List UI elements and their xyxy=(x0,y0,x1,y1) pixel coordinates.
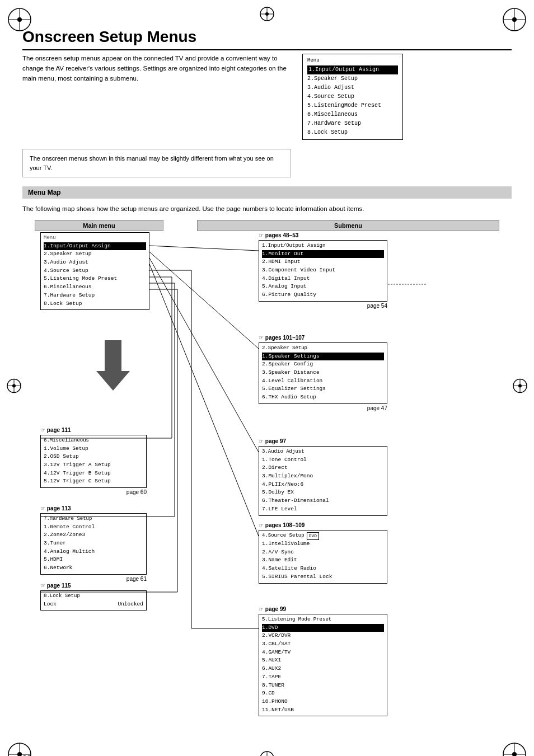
main-menu-box: Menu 1.Input/Output Assign 2.Speaker Set… xyxy=(40,232,149,311)
misc-page-60: page 60 xyxy=(40,489,147,495)
main-item-5: 5.Listening Mode Preset xyxy=(44,275,146,283)
section-description: The following map shows how the setup me… xyxy=(22,204,512,214)
misc-item-5: 5.12V Trigger C Setup xyxy=(44,477,143,486)
lock-page-ref: ☞ page 115 xyxy=(40,583,147,589)
main-item-2: 2.Speaker Setup xyxy=(44,250,146,259)
listen-item-4: 4.GAME/TV xyxy=(262,649,384,657)
io-item-2: 2.HDMI Input xyxy=(262,258,384,266)
corner-decoration-tr xyxy=(500,6,528,34)
speaker-item-4: 4.Level Calibration xyxy=(262,377,384,386)
source-item-5: 5.SIRIUS Parental Lock xyxy=(262,573,384,581)
line-io xyxy=(149,246,259,251)
menu-preview-label: Menu xyxy=(307,57,398,64)
audio-page-ref: ☞ page 97 xyxy=(259,438,387,444)
hw-item-1: 1.Remote Control xyxy=(44,523,143,532)
mid-right-decoration xyxy=(512,372,528,402)
audio-item-7: 7.LFE Level xyxy=(262,505,384,514)
hw-section: ☞ page 113 7.Hardware Setup 1.Remote Con… xyxy=(40,505,147,582)
io-box-title: 1.Input/Output Assign xyxy=(262,242,384,250)
listen-item-6: 6.AUX2 xyxy=(262,665,384,673)
lock-box-title: 8.Lock Setup xyxy=(44,593,143,600)
io-item-6: 6.Picture Quality xyxy=(262,291,384,299)
intro-text: The onscreen setup menus appear on the c… xyxy=(22,54,291,140)
io-page-54: page 54 xyxy=(259,303,387,309)
lock-item-1: LockUnlocked xyxy=(44,600,143,609)
menu-item-1: 1.Input/Output Assign xyxy=(307,65,398,74)
listen-item-9: 9.CD xyxy=(262,689,384,698)
listen-item-5: 5.AUX1 xyxy=(262,656,384,665)
diagram-area: Main menu Submenu Menu 1.Input/Output As… xyxy=(24,220,510,756)
main-item-8: 8.Lock Setup xyxy=(44,300,146,308)
misc-item-2: 2.OSD Setup xyxy=(44,453,143,461)
down-arrow xyxy=(96,340,130,391)
page-number: 96 xyxy=(22,754,31,756)
io-page-ref: ☞ pages 48–53 xyxy=(259,232,387,238)
audio-section: ☞ page 97 3.Audio Adjust 1.Tone Control … xyxy=(259,438,387,516)
audio-item-5: 5.Dolby EX xyxy=(262,489,384,497)
hw-item-5: 5.HDMI xyxy=(44,556,143,564)
listen-section: ☞ page 99 5.Listening Mode Preset 1.DVD … xyxy=(259,606,387,717)
io-item-4: 4.Digital Input xyxy=(262,275,384,283)
io-item-1: 1.Monitor Out xyxy=(262,250,384,259)
mid-left-decoration xyxy=(6,372,22,402)
listen-item-11: 11.NET/USB xyxy=(262,706,384,715)
speaker-page-ref: ☞ pages 101–107 xyxy=(259,335,387,341)
listen-item-2: 2.VCR/DVR xyxy=(262,632,384,640)
source-page-ref: ☞ pages 108–109 xyxy=(259,522,387,528)
listen-item-3: 3.CBL/SAT xyxy=(262,640,384,649)
line-audio xyxy=(149,258,259,452)
misc-box-title: 6.Miscellaneous xyxy=(44,437,143,445)
notice-box: The onscreen menus shown in this manual … xyxy=(22,149,291,177)
speaker-item-1: 1.Speaker Settings xyxy=(262,353,384,361)
listen-page-ref: ☞ page 99 xyxy=(259,606,387,612)
audio-item-3: 3.Multiplex/Mono xyxy=(262,472,384,481)
menu-item-5: 5.ListeningMode Preset xyxy=(307,101,398,110)
misc-section: ☞ page 111 6.Miscellaneous 1.Volume Setu… xyxy=(40,427,147,496)
menu-item-3: 3.Audio Adjust xyxy=(307,83,398,92)
hw-item-6: 6.Network xyxy=(44,564,143,572)
audio-item-4: 4.PLIIx/Neo:6 xyxy=(262,481,384,489)
audio-item-1: 1.Tone Control xyxy=(262,456,384,464)
misc-item-3: 3.12V Trigger A Setup xyxy=(44,461,143,469)
source-section: ☞ pages 108–109 4.Source Setup DVD 1.Int… xyxy=(259,522,387,584)
menu-item-2: 2.Speaker Setup xyxy=(307,74,398,83)
source-item-1: 1.IntelliVolume xyxy=(262,540,384,548)
io-item-3: 3.Component Video Input xyxy=(262,266,384,275)
source-box-title: 4.Source Setup DVD xyxy=(262,532,384,540)
page-title: Onscreen Setup Menus xyxy=(22,28,512,50)
source-item-3: 3.Name Edit xyxy=(262,556,384,565)
io-section: ☞ pages 48–53 1.Input/Output Assign 1.Mo… xyxy=(259,232,387,309)
speaker-item-5: 5.Equalizer Settings xyxy=(262,385,384,393)
menu-item-4: 4.Source Setup xyxy=(307,92,398,101)
corner-decoration-tl xyxy=(6,6,34,34)
speaker-item-3: 3.Speaker Distance xyxy=(262,369,384,377)
menu-item-6: 6.Miscellaneous xyxy=(307,110,398,119)
speaker-box-title: 2.Speaker Setup xyxy=(262,345,384,353)
misc-page-ref: ☞ page 111 xyxy=(40,427,147,433)
main-item-3: 3.Audio Adjust xyxy=(44,259,146,267)
speaker-section: ☞ pages 101–107 2.Speaker Setup 1.Speake… xyxy=(259,335,387,411)
listen-item-10: 10.PHONO xyxy=(262,698,384,706)
hw-item-2: 2.Zone2/Zone3 xyxy=(44,531,143,539)
hw-item-3: 3.Tuner xyxy=(44,539,143,548)
listen-item-8: 8.TUNER xyxy=(262,682,384,690)
speaker-item-2: 2.Speaker Config xyxy=(262,360,384,369)
main-item-6: 6.Miscellaneous xyxy=(44,283,146,292)
misc-item-4: 4.12V Trigger B Setup xyxy=(44,469,143,478)
hw-page-ref: ☞ page 113 xyxy=(40,505,147,511)
hw-item-4: 4.Analog Multich xyxy=(44,548,143,556)
lock-section: ☞ page 115 8.Lock Setup LockUnlocked xyxy=(40,583,147,611)
line-source xyxy=(149,264,259,536)
speaker-item-6: 6.THX Audio Setup xyxy=(262,393,384,402)
menu-item-7: 7.Hardware Setup xyxy=(307,119,398,128)
main-item-7: 7.Hardware Setup xyxy=(44,292,146,300)
listen-box-title: 5.Listening Mode Preset xyxy=(262,616,384,624)
section-header: Menu Map xyxy=(22,186,512,199)
source-item-4: 4.Satellite Radio xyxy=(262,565,384,573)
source-item-2: 2.A/V Sync xyxy=(262,548,384,557)
main-item-1: 1.Input/Output Assign xyxy=(44,242,146,251)
submenu-col-header: Submenu xyxy=(197,220,499,231)
listen-item-1: 1.DVD xyxy=(262,624,384,632)
io-item-5: 5.Analog Input xyxy=(262,283,384,291)
main-item-4: 4.Source Setup xyxy=(44,267,146,275)
